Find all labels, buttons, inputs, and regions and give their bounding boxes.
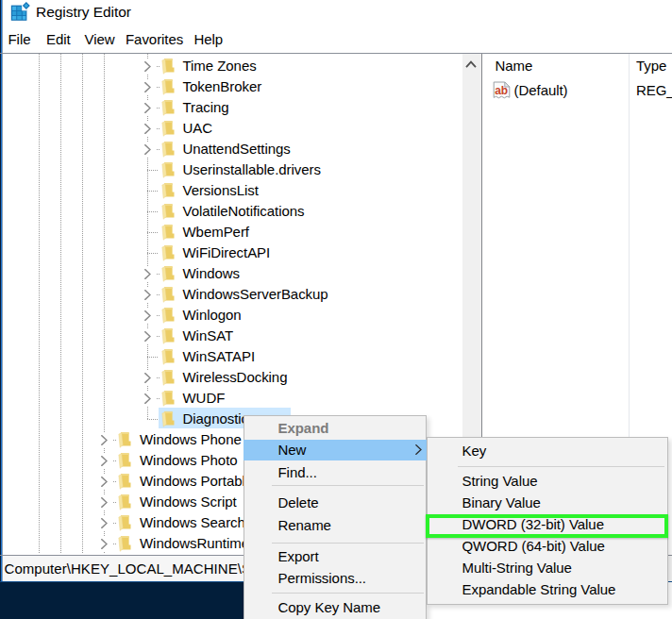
svg-text:ab: ab	[495, 84, 508, 97]
